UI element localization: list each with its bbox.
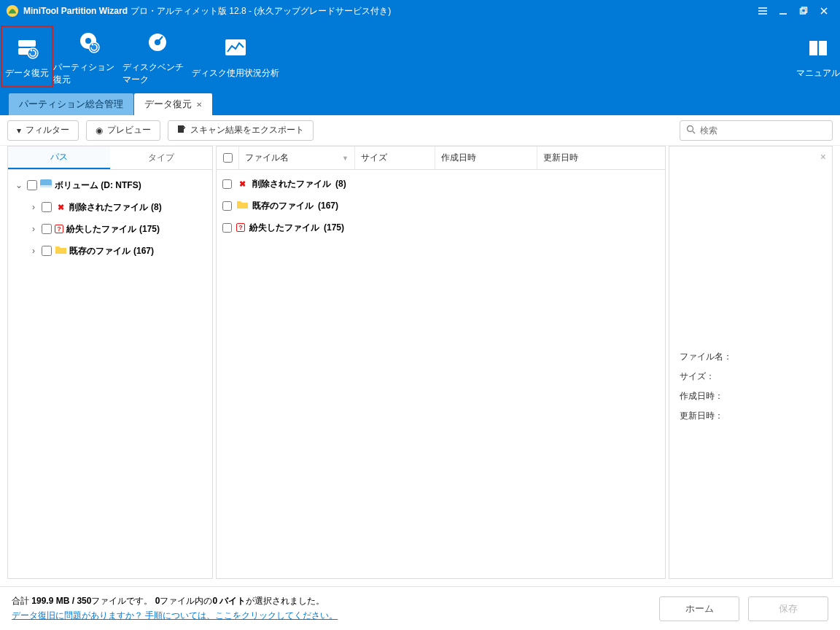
expander-icon[interactable]: ›: [28, 224, 39, 234]
left-tab-type[interactable]: タイプ: [110, 147, 212, 169]
data-recovery-icon: [15, 34, 39, 63]
title-bar: MiniTool Partition Wizard プロ・アルティメット版 12…: [0, 0, 840, 22]
header-label: サイズ: [361, 152, 387, 164]
button-label: ホーム: [685, 602, 714, 615]
row-checkbox[interactable]: [222, 179, 232, 189]
button-label: フィルター: [26, 124, 69, 136]
footer: 合計 199.9 MB / 350ファイルです。 0ファイル内の0 バイトが選択…: [0, 586, 840, 630]
tree-count: (167): [133, 246, 154, 256]
search-input[interactable]: [700, 125, 826, 136]
left-tab-path[interactable]: パス: [8, 147, 110, 169]
footer-text: /: [72, 596, 74, 606]
footer-text: ファイルです。: [91, 596, 152, 606]
file-row-deleted[interactable]: ✖ 削除されたファイル (8): [217, 173, 665, 195]
ribbon-label: マニュアル: [796, 67, 840, 79]
ribbon-disk-usage[interactable]: ディスク使用状況分析: [192, 26, 279, 88]
details-pane: × ファイル名： サイズ： 作成日時： 更新日時：: [669, 146, 833, 579]
eye-icon: ◉: [96, 125, 103, 136]
file-row-lost[interactable]: ? 紛失したファイル (175): [217, 217, 665, 238]
folder-icon: [55, 245, 66, 257]
expander-icon[interactable]: ›: [28, 246, 39, 256]
ribbon-label: ディスクベンチマーク: [122, 61, 192, 86]
export-button[interactable]: スキャン結果をエクスポート: [168, 120, 314, 141]
header-size[interactable]: サイズ: [355, 147, 435, 169]
footer-help-link[interactable]: データ復旧に問題がありますか？ 手順については、ここをクリックしてください。: [12, 610, 338, 621]
folder-tree: ⌄ ボリューム (D: NTFS) › ✖ 削除されたファイル (8) › ? …: [8, 170, 212, 578]
deleted-icon: ✖: [236, 178, 248, 190]
svg-rect-15: [40, 185, 52, 187]
header-name[interactable]: ファイル名 ▼: [238, 147, 355, 169]
hamburger-icon[interactable]: [752, 3, 773, 19]
tab-close-icon[interactable]: ✕: [196, 101, 202, 109]
preview-button[interactable]: ◉ プレビュー: [86, 120, 160, 141]
maximize-button[interactable]: [793, 3, 814, 19]
tree-count: (8): [151, 202, 162, 212]
save-button[interactable]: 保存: [748, 596, 828, 621]
footer-size: 199.9 MB: [31, 596, 69, 606]
expander-icon[interactable]: ⌄: [14, 180, 24, 190]
sort-desc-icon: ▼: [342, 155, 349, 162]
svg-point-5: [28, 48, 38, 58]
tab-data-recovery[interactable]: データ復元 ✕: [134, 93, 212, 115]
ribbon-partition-recovery[interactable]: パーティション復元: [53, 26, 122, 88]
row-checkbox[interactable]: [222, 201, 232, 211]
svg-point-13: [688, 125, 693, 131]
header-checkbox-cell[interactable]: [217, 147, 238, 169]
tree-count: (175): [139, 224, 160, 234]
search-box[interactable]: [680, 120, 833, 141]
tab-label: データ復元: [144, 98, 192, 111]
svg-rect-1: [801, 9, 806, 14]
tree-existing-row[interactable]: › 既存のファイル (167): [11, 240, 209, 262]
action-row: ▾ フィルター ◉ プレビュー スキャン結果をエクスポート: [0, 115, 840, 146]
header-modified[interactable]: 更新日時: [537, 147, 647, 169]
filter-button[interactable]: ▾ フィルター: [7, 120, 79, 141]
header-label: ファイル名: [245, 152, 289, 164]
app-title-edition: プロ・アルティメット版 12.8 - (永久アップグレードサービス付き): [131, 5, 391, 18]
header-label: 作成日時: [441, 152, 476, 164]
tree-checkbox[interactable]: [27, 180, 37, 190]
tree-deleted-row[interactable]: › ✖ 削除されたファイル (8): [11, 196, 209, 218]
tab-partition-mgmt[interactable]: パーティション総合管理: [9, 93, 133, 115]
header-checkbox[interactable]: [223, 153, 233, 163]
tree-label: 紛失したファイル: [66, 223, 136, 236]
file-count: (175): [324, 222, 344, 233]
tree-label: ボリューム (D: NTFS): [55, 179, 141, 192]
close-button[interactable]: [814, 3, 834, 19]
app-title-bold: MiniTool Partition Wizard: [23, 6, 128, 16]
tab-label: パーティション総合管理: [19, 98, 123, 111]
details-close-icon[interactable]: ×: [820, 151, 826, 163]
lost-icon: ?: [55, 225, 63, 233]
header-label: 更新日時: [543, 152, 578, 164]
detail-modified: 更新日時：: [680, 410, 822, 422]
ribbon-data-recovery[interactable]: データ復元: [1, 26, 53, 88]
row-checkbox[interactable]: [222, 223, 232, 233]
file-name: 既存のファイル: [252, 200, 314, 212]
detail-size: サイズ：: [680, 370, 822, 383]
file-row-existing[interactable]: 既存のファイル (167): [217, 195, 665, 217]
folder-icon: [236, 200, 248, 211]
export-icon: [177, 125, 186, 136]
minimize-button[interactable]: [773, 3, 793, 19]
home-button[interactable]: ホーム: [659, 596, 739, 621]
file-list: ✖ 削除されたファイル (8) 既存のファイル (167) ? 紛失したファイル…: [217, 170, 665, 578]
tree-checkbox[interactable]: [42, 202, 52, 212]
footer-summary: 合計 199.9 MB / 350ファイルです。 0ファイル内の0 バイトが選択…: [12, 594, 650, 622]
tree-volume-row[interactable]: ⌄ ボリューム (D: NTFS): [11, 174, 209, 196]
ribbon-disk-benchmark[interactable]: ディスクベンチマーク: [122, 26, 192, 88]
left-tabbar: パス タイプ: [8, 147, 212, 170]
disk-usage-icon: [223, 34, 248, 63]
tree-checkbox[interactable]: [42, 246, 52, 256]
ribbon-label: パーティション復元: [53, 61, 122, 86]
tree-label: 既存のファイル: [69, 245, 131, 257]
ribbon-manual[interactable]: マニュアル: [796, 26, 840, 88]
svg-point-8: [89, 42, 99, 52]
tree-lost-row[interactable]: › ? 紛失したファイル (175): [11, 218, 209, 240]
expander-icon[interactable]: ›: [28, 202, 39, 212]
header-created[interactable]: 作成日時: [435, 147, 537, 169]
svg-rect-2: [802, 7, 807, 12]
tree-checkbox[interactable]: [42, 224, 52, 234]
button-label: スキャン結果をエクスポート: [190, 124, 304, 136]
partition-recovery-icon: [76, 28, 101, 57]
footer-filecount: 350: [77, 596, 91, 606]
file-count: (167): [318, 201, 338, 211]
